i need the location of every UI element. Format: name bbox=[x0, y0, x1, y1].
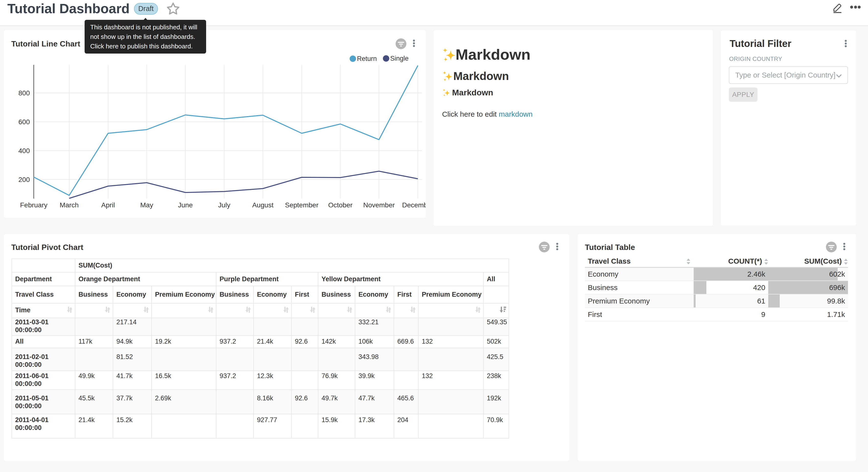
svg-text:Single: Single bbox=[390, 55, 409, 62]
svg-text:October: October bbox=[328, 201, 352, 209]
svg-text:November: November bbox=[363, 201, 395, 209]
svg-text:April: April bbox=[101, 201, 115, 209]
svg-text:March: March bbox=[60, 201, 79, 209]
svg-text:400: 400 bbox=[18, 147, 30, 154]
svg-text:December: December bbox=[402, 201, 426, 209]
svg-text:July: July bbox=[218, 201, 230, 209]
svg-text:June: June bbox=[178, 201, 193, 209]
svg-text:800: 800 bbox=[18, 89, 30, 97]
svg-text:August: August bbox=[252, 201, 273, 209]
svg-text:200: 200 bbox=[18, 176, 30, 183]
svg-text:600: 600 bbox=[18, 118, 30, 126]
svg-text:February: February bbox=[20, 201, 48, 209]
svg-text:May: May bbox=[141, 201, 153, 209]
svg-text:September: September bbox=[285, 201, 319, 209]
svg-text:Return: Return bbox=[357, 55, 377, 62]
